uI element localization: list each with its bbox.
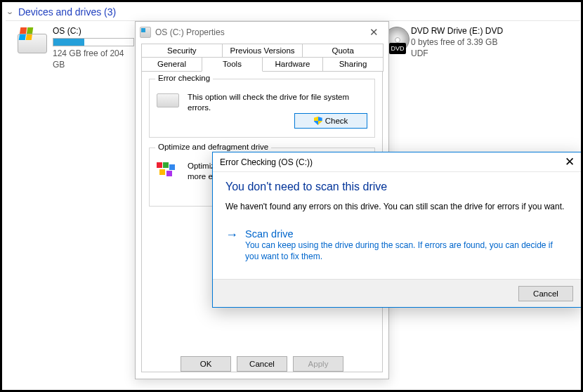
tab-sharing[interactable]: Sharing (322, 58, 384, 72)
group-legend: Optimize and defragment drive (155, 143, 271, 151)
hard-drive-icon (18, 27, 47, 55)
group-legend: Error checking (155, 74, 213, 82)
check-button-label: Check (325, 117, 348, 125)
drive-free-text: 0 bytes free of 3.39 GB (411, 37, 503, 48)
dvd-badge: DVD (389, 43, 406, 54)
tab-general[interactable]: General (141, 58, 202, 72)
error-dialog-headline: You don't need to scan this drive (225, 181, 569, 193)
scan-drive-title: Scan drive (245, 228, 568, 240)
tab-previous-versions[interactable]: Previous Versions (222, 44, 303, 58)
error-checking-dialog: Error Checking (OS (C:)) ✕ You don't nee… (212, 152, 582, 308)
check-button[interactable]: Check (294, 113, 367, 129)
devices-and-drives-header[interactable]: ⌄ Devices and drives (3) (6, 6, 116, 18)
drive-name: DVD RW Drive (E:) DVD (411, 25, 503, 37)
scan-drive-action[interactable]: → Scan drive You can keep using the driv… (225, 226, 569, 265)
scan-drive-desc: You can keep using the drive during the … (245, 240, 568, 262)
drive-name: OS (C:) (53, 25, 136, 37)
storage-bar (53, 38, 134, 46)
drive-mini-icon (140, 27, 151, 38)
tab-tools[interactable]: Tools (202, 58, 263, 72)
ok-button[interactable]: OK (181, 356, 231, 372)
group-error-checking: Error checking This option will check th… (149, 79, 375, 138)
error-dialog-title: Error Checking (OS (C:)) (220, 157, 313, 167)
tab-quota[interactable]: Quota (302, 44, 384, 58)
close-icon[interactable]: ✕ (363, 26, 384, 39)
properties-titlebar[interactable]: OS (C:) Properties ✕ (136, 22, 388, 42)
hard-drive-small-icon (157, 93, 181, 112)
shield-icon (314, 117, 322, 125)
error-dialog-footer: Cancel (213, 279, 582, 307)
properties-title: OS (C:) Properties (155, 27, 225, 37)
error-dialog-message: We haven't found any errors on this driv… (225, 202, 569, 211)
drive-filesystem: UDF (411, 48, 503, 59)
error-dialog-titlebar[interactable]: Error Checking (OS (C:)) ✕ (213, 152, 582, 172)
drive-os-c[interactable]: OS (C:) 124 GB free of 204 GB (18, 25, 136, 70)
close-icon[interactable]: ✕ (553, 155, 575, 169)
drive-dvd-e[interactable]: DVD RW Drive (E:) DVD 0 bytes free of 3.… (411, 25, 583, 59)
devices-header-text: Devices and drives (3) (18, 6, 116, 18)
defrag-icon (157, 162, 181, 181)
error-check-text: This option will check the drive for fil… (188, 92, 367, 113)
properties-footer: OK Cancel Apply (136, 349, 388, 379)
tab-hardware[interactable]: Hardware (262, 58, 323, 72)
arrow-right-icon: → (225, 228, 238, 241)
cancel-button[interactable]: Cancel (518, 286, 573, 301)
chevron-down-icon: ⌄ (6, 8, 14, 15)
tab-security[interactable]: Security (141, 44, 223, 58)
cancel-button[interactable]: Cancel (237, 356, 287, 372)
apply-button[interactable]: Apply (293, 356, 343, 372)
drive-free-text: 124 GB free of 204 GB (53, 48, 136, 70)
